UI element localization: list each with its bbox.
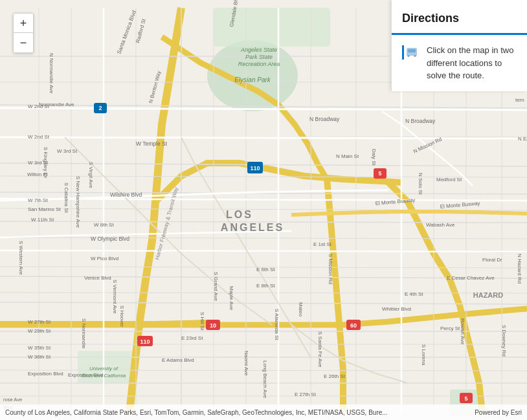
esri-logo: Powered by Esri bbox=[475, 409, 522, 416]
svg-text:HAZARD: HAZARD bbox=[473, 291, 503, 299]
svg-text:W Temple St: W Temple St bbox=[136, 140, 168, 147]
svg-text:S Hoover: S Hoover bbox=[119, 305, 125, 327]
directions-header: Directions bbox=[392, 0, 527, 35]
svg-text:E 26th St: E 26th St bbox=[324, 373, 346, 379]
svg-text:E 8th St: E 8th St bbox=[256, 283, 275, 289]
svg-text:W 29th St: W 29th St bbox=[28, 328, 51, 334]
svg-text:E 27th St: E 27th St bbox=[295, 392, 317, 397]
svg-text:S Western Ave: S Western Ave bbox=[18, 241, 24, 275]
svg-text:E Cesar Chavez Ave: E Cesar Chavez Ave bbox=[447, 275, 495, 281]
svg-text:Park State: Park State bbox=[245, 54, 273, 60]
svg-text:S Hill St: S Hill St bbox=[199, 312, 205, 331]
svg-text:E 1st St: E 1st St bbox=[313, 241, 332, 247]
svg-text:10: 10 bbox=[210, 322, 216, 329]
svg-text:S New Hampshire Ave: S New Hampshire Ave bbox=[75, 176, 81, 228]
svg-text:Long Beach Ave: Long Beach Ave bbox=[262, 360, 268, 399]
svg-text:W 7th St: W 7th St bbox=[28, 197, 48, 203]
svg-text:S Virgil Ave: S Virgil Ave bbox=[88, 162, 94, 188]
directions-car-icon bbox=[402, 45, 420, 62]
svg-text:S Vermont Ave: S Vermont Ave bbox=[112, 280, 118, 314]
svg-text:W 3rd St: W 3rd St bbox=[28, 160, 49, 166]
svg-text:W 3rd St: W 3rd St bbox=[57, 148, 78, 154]
svg-text:LOS: LOS bbox=[226, 209, 253, 220]
svg-text:Southern California: Southern California bbox=[82, 373, 126, 379]
svg-text:S Lorena: S Lorena bbox=[421, 344, 427, 366]
directions-panel: Directions Click on the map in two diffe… bbox=[391, 0, 527, 91]
svg-text:W 2nd St: W 2nd St bbox=[28, 134, 50, 140]
svg-text:Wabash Ave: Wabash Ave bbox=[426, 222, 455, 228]
directions-instruction: Click on the map in two different locati… bbox=[427, 44, 517, 82]
svg-text:ANGELES: ANGELES bbox=[221, 222, 284, 233]
svg-text:W Olympic Blvd: W Olympic Blvd bbox=[91, 236, 129, 242]
svg-text:Medford St: Medford St bbox=[436, 177, 462, 182]
svg-text:W 11th St: W 11th St bbox=[31, 217, 54, 223]
svg-text:N Hazard Rd: N Hazard Rd bbox=[517, 254, 522, 283]
zoom-in-button[interactable]: + bbox=[14, 14, 33, 33]
svg-text:110: 110 bbox=[140, 338, 150, 345]
directions-title: Directions bbox=[402, 12, 459, 25]
svg-text:W 36th St: W 36th St bbox=[28, 354, 51, 360]
svg-text:Wilshire Blvd: Wilshire Blvd bbox=[110, 192, 142, 198]
svg-text:S Mission Rd: S Mission Rd bbox=[328, 254, 333, 284]
svg-text:San Marino St: San Marino St bbox=[28, 206, 61, 212]
svg-text:Exposition Blvd: Exposition Blvd bbox=[28, 371, 63, 377]
svg-text:5: 5 bbox=[378, 170, 381, 177]
svg-text:E 6th St: E 6th St bbox=[256, 267, 275, 272]
svg-text:S Alameda St: S Alameda St bbox=[274, 309, 280, 340]
svg-text:Mateo: Mateo bbox=[298, 302, 304, 317]
svg-text:S Santa Fe Ave: S Santa Fe Ave bbox=[317, 331, 323, 368]
svg-text:N Broadway: N Broadway bbox=[309, 116, 340, 122]
svg-rect-145 bbox=[402, 45, 404, 60]
svg-text:Percy St: Percy St bbox=[440, 326, 460, 331]
svg-text:S Normandie: S Normandie bbox=[81, 318, 87, 349]
svg-text:rose Ave: rose Ave bbox=[3, 397, 22, 403]
svg-text:W Pico Blvd: W Pico Blvd bbox=[91, 256, 118, 261]
svg-text:Whittier Blvd: Whittier Blvd bbox=[382, 306, 411, 312]
svg-text:Wilton Pl: Wilton Pl bbox=[27, 171, 48, 177]
directions-body: Click on the map in two different locati… bbox=[392, 35, 527, 91]
attribution-bar: County of Los Angeles, California State … bbox=[0, 404, 527, 420]
svg-text:N Main St: N Main St bbox=[336, 153, 359, 159]
svg-text:Rowan Ave: Rowan Ave bbox=[460, 318, 465, 345]
svg-text:S Catalina St: S Catalina St bbox=[63, 182, 69, 213]
svg-text:N East: N East bbox=[518, 136, 527, 142]
zoom-out-button[interactable]: − bbox=[14, 33, 33, 52]
svg-text:Floral Dr: Floral Dr bbox=[482, 257, 502, 263]
svg-text:Naomi Ave: Naomi Ave bbox=[243, 351, 249, 376]
svg-text:W 27th St: W 27th St bbox=[28, 319, 51, 325]
svg-text:S Downey Rd: S Downey Rd bbox=[501, 325, 507, 357]
svg-text:2: 2 bbox=[98, 105, 102, 111]
svg-text:N Normandie Ave: N Normandie Ave bbox=[49, 53, 54, 94]
svg-rect-150 bbox=[407, 53, 417, 56]
svg-text:Elysian Park: Elysian Park bbox=[234, 76, 271, 83]
svg-text:110: 110 bbox=[250, 165, 260, 171]
zoom-controls: + − bbox=[13, 13, 34, 53]
svg-text:Angeles State: Angeles State bbox=[240, 47, 277, 53]
svg-text:tern: tern bbox=[515, 97, 524, 103]
svg-text:N Broadway: N Broadway bbox=[405, 118, 436, 124]
svg-line-41 bbox=[0, 137, 527, 138]
svg-text:W 2nd St: W 2nd St bbox=[28, 104, 50, 109]
svg-rect-147 bbox=[408, 49, 416, 52]
svg-text:Recreation Area: Recreation Area bbox=[238, 61, 280, 67]
svg-text:N Solo St: N Solo St bbox=[418, 173, 423, 195]
svg-text:60: 60 bbox=[350, 322, 357, 329]
svg-text:E 23rd St: E 23rd St bbox=[181, 335, 203, 341]
svg-text:University of: University of bbox=[89, 366, 118, 371]
svg-text:Daly St: Daly St bbox=[371, 149, 377, 166]
svg-text:E 4th St: E 4th St bbox=[405, 291, 423, 297]
svg-text:S Grand Ave: S Grand Ave bbox=[213, 272, 219, 302]
svg-text:5: 5 bbox=[464, 395, 467, 402]
svg-text:Maple Ave: Maple Ave bbox=[229, 286, 234, 311]
svg-text:W 35th St: W 35th St bbox=[28, 345, 51, 351]
svg-text:Venice Blvd: Venice Blvd bbox=[84, 275, 111, 281]
map-container[interactable]: 110 2 5 60 10 110 5 LOS ANGELES HAZARD S… bbox=[0, 0, 527, 420]
svg-text:E Adams Blvd: E Adams Blvd bbox=[162, 357, 194, 363]
attribution-text: County of Los Angeles, California State … bbox=[5, 409, 388, 416]
svg-text:W 8th St: W 8th St bbox=[94, 222, 114, 228]
